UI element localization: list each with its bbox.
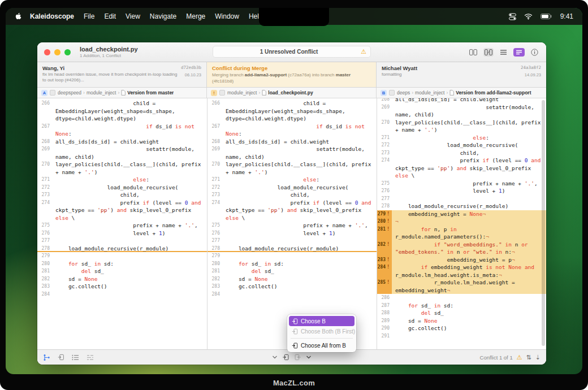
whitespace-icon[interactable] — [87, 354, 94, 361]
window-titlebar: load_checkpoint.py 1 Addition, 1 Conflic… — [37, 42, 546, 62]
menu-item-merge[interactable]: Merge — [186, 12, 205, 20]
collapse-chevron-icon[interactable] — [273, 356, 278, 359]
line-number: 280 — [37, 260, 52, 268]
line-number: 275 — [37, 222, 52, 229]
breadcrumb-a: A deepspeed›module_inject›Version from m… — [37, 88, 207, 98]
breadcrumb-folder[interactable]: deepspeed — [58, 90, 81, 96]
code-text — [52, 291, 202, 298]
line-number: 267 — [37, 123, 52, 138]
code-pane-b[interactable]: 268all_ds_ids[ds_id] = child.weight269 s… — [377, 98, 546, 349]
breadcrumb-folder[interactable]: module_inject — [415, 90, 444, 96]
breadcrumb-separator: › — [258, 90, 260, 96]
breadcrumb-folder[interactable]: deeps — [397, 90, 410, 96]
code-line-281: 281! for n, p in r_module.named_paramete… — [377, 226, 546, 241]
menu-item-window[interactable]: Window — [215, 12, 239, 20]
code-text — [52, 237, 202, 245]
code-line-289: 289 sd = None — [377, 317, 546, 325]
version-b-badge: B — [381, 90, 387, 96]
code-text — [222, 252, 372, 260]
code-text: prefix + name + '.', — [392, 180, 542, 188]
breadcrumb-folder[interactable]: module_inject — [87, 90, 116, 96]
line-number: 269 — [37, 145, 52, 161]
choose-b-doc-icon[interactable] — [295, 354, 301, 361]
code-line-269: 269 setattr(module, name, child) — [377, 103, 546, 119]
code-text: load_module_recursive( — [392, 141, 542, 149]
code-text: level + 1) — [222, 229, 372, 237]
text-filter-icon[interactable] — [513, 48, 525, 57]
zoom-button[interactable] — [64, 49, 71, 55]
menu-item-file[interactable]: File — [84, 12, 94, 20]
fluid-view-icon[interactable] — [483, 48, 494, 57]
code-line-270: 270layer_policies[child.__class__](child… — [377, 119, 546, 134]
line-number: 269 — [207, 145, 222, 161]
line-numbers-icon[interactable] — [72, 354, 79, 361]
line-number: 281! — [377, 226, 392, 241]
minimize-button[interactable] — [54, 49, 60, 55]
breadcrumb-file: Version from master — [127, 90, 174, 96]
line-number: 268 — [377, 98, 392, 103]
apple-menu-icon[interactable] — [15, 12, 22, 20]
code-pane-a[interactable]: 266 child = EmbeddingLayer(weight_shape=… — [37, 98, 207, 349]
code-line-271: 271 else: — [37, 176, 207, 184]
merge-header: Conflict during Merge Merging branch add… — [207, 62, 377, 87]
line-number: 276 — [37, 229, 52, 237]
code-line-282: 282 sd = None — [207, 275, 377, 283]
code-text: else: — [52, 176, 202, 184]
choose-menu-chevron[interactable] — [306, 356, 312, 359]
unified-view-icon[interactable] — [499, 48, 508, 57]
code-text: prefix if (level == 0 and ckpt_type == '… — [392, 157, 542, 180]
document-title-block: load_checkpoint.py 1 Addition, 1 Conflic… — [80, 46, 138, 59]
code-text: all_ds_ids[ds_id] = child.weight — [222, 138, 372, 146]
line-number: 274 — [377, 157, 392, 180]
code-text: layer_policies[child.__class__](child, p… — [392, 119, 542, 134]
close-button[interactable] — [44, 49, 50, 55]
commit-message-a: fix lm head overriden issue, move it fro… — [42, 72, 181, 84]
merge-header-message: Merging branch add-llama2-support (c72aa… — [212, 72, 371, 85]
code-text: for sd_ in sd: — [222, 260, 372, 268]
code-text — [52, 252, 202, 260]
vertical-scrollbar[interactable] — [542, 100, 545, 346]
code-line-270: 270layer_policies[child.__class__](child… — [37, 161, 207, 176]
wifi-icon[interactable] — [524, 13, 533, 20]
code-line-281: 281 del sd_ — [37, 267, 207, 275]
menu-items: FileEditViewNavigateMergeWindowHelp — [84, 12, 273, 20]
code-line-269: 269 setattr(module, name, child) — [37, 145, 207, 161]
code-text: for n, p in r_module.named_parameters():… — [392, 226, 542, 241]
scope-icon — [50, 90, 55, 96]
conflict-counter: Conflict 1 of 1 — [480, 354, 513, 361]
line-number: 273 — [207, 191, 222, 199]
menu-item-view[interactable]: View — [126, 12, 140, 20]
code-text: child, — [222, 191, 372, 199]
menu-item-choose-all-from-b[interactable]: Choose All from B — [289, 340, 354, 350]
code-text: load_module_recursive(r_module) — [52, 245, 202, 253]
conflict-marker-icon: ! — [387, 219, 390, 224]
breadcrumb-folder[interactable]: module_inject — [227, 90, 257, 96]
choose-doc-icon — [292, 343, 298, 349]
app-menu[interactable]: Kaleidoscope — [30, 12, 74, 20]
copy-content-icon[interactable] — [58, 354, 64, 361]
line-number: 270 — [377, 119, 392, 134]
conflict-marker-icon: ! — [387, 227, 390, 232]
menu-item-choose-b[interactable]: Choose B — [289, 316, 354, 326]
code-line-277: 277 — [37, 237, 207, 245]
menu-item-edit[interactable]: Edit — [104, 12, 116, 20]
code-text: level + 1) — [392, 187, 542, 195]
choose-a-doc-icon[interactable] — [283, 354, 289, 361]
blocks-view-icon[interactable] — [468, 48, 478, 57]
control-center-icon[interactable] — [509, 13, 516, 20]
diff-code-area: 266 child = EmbeddingLayer(weight_shape=… — [37, 98, 546, 349]
line-number: 282 — [37, 275, 52, 283]
code-line-291: 291 — [377, 332, 546, 340]
line-number: 277 — [37, 237, 52, 245]
code-line-274: 274 prefix if (level == 0 and ckpt_type … — [37, 199, 207, 222]
code-pane-result[interactable]: 266 child = EmbeddingLayer(weight_shape=… — [207, 98, 377, 349]
line-number: 268 — [207, 138, 222, 146]
info-icon[interactable] — [530, 47, 539, 57]
commit-date-b: 14.09.23 — [525, 72, 541, 77]
merge-direction-icon[interactable] — [43, 354, 50, 361]
battery-icon[interactable] — [541, 14, 552, 19]
prev-next-change-icon[interactable]: ⇅ — [526, 354, 531, 361]
code-text: embedding_weight = None¬ — [392, 210, 542, 218]
menu-item-navigate[interactable]: Navigate — [150, 12, 176, 20]
next-conflict-icon[interactable]: ⇣ — [535, 354, 541, 361]
